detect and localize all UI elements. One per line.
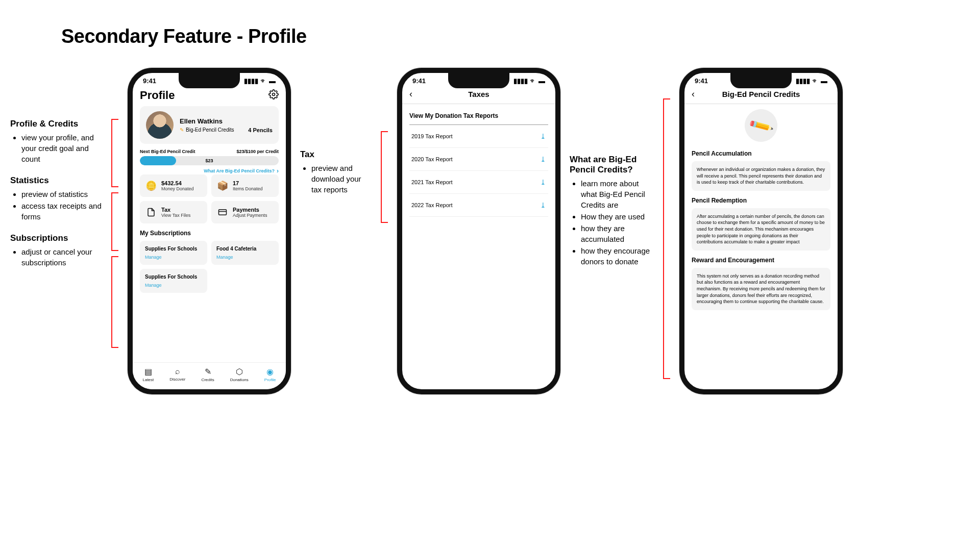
- news-icon: ▤: [144, 367, 152, 377]
- manage-link[interactable]: Manage: [145, 255, 202, 260]
- device-notch: [730, 73, 792, 88]
- svg-point-0: [273, 93, 275, 95]
- bracket-tax: [381, 68, 388, 223]
- document-icon: [145, 206, 157, 218]
- tab-discover[interactable]: ⌕Discover: [169, 367, 185, 382]
- signal-icon: ▮▮▮▮: [796, 77, 810, 85]
- tab-profile[interactable]: ◉Profile: [264, 367, 276, 382]
- page-title: Profile: [140, 89, 175, 102]
- package-icon: ⬡: [236, 367, 243, 377]
- progress-value: $23: [205, 158, 213, 163]
- tax-report-label: 2019 Tax Report: [411, 133, 453, 139]
- tax-report-row[interactable]: 2020 Tax Report⤓: [409, 148, 548, 171]
- info-heading: Pencil Accumulation: [692, 150, 830, 157]
- stat-tax[interactable]: TaxView Tax Files: [140, 201, 207, 223]
- ann-credits-title: What are Big-Ed Pencil Credits?: [570, 155, 654, 175]
- tax-report-row[interactable]: 2022 Tax Report⤓: [409, 194, 548, 217]
- download-icon[interactable]: ⤓: [540, 178, 546, 186]
- device-notch: [448, 73, 509, 88]
- svg-rect-1: [219, 210, 227, 215]
- wifi-icon: ᯤ: [812, 77, 819, 85]
- sub-name: Supplies For Schools: [145, 246, 202, 252]
- stat-money[interactable]: 🪙 $432.54Money Donated: [140, 174, 207, 197]
- manage-link[interactable]: Manage: [216, 255, 274, 260]
- tab-latest[interactable]: ▤Latest: [143, 367, 154, 382]
- phone-taxes: 9:41 ▮▮▮▮ᯤ▬ ‹ Taxes View My Donation Tax…: [397, 68, 560, 394]
- credits-label: Big-Ed Pencil Credits: [186, 127, 234, 133]
- download-icon[interactable]: ⤓: [540, 132, 546, 140]
- tax-report-row[interactable]: 2019 Tax Report⤓: [409, 125, 548, 148]
- page-title: Big-Ed Pencil Credits: [702, 90, 820, 98]
- tax-label: View Tax Files: [161, 213, 190, 218]
- payments-value: Payments: [233, 207, 267, 213]
- tax-section-header: View My Donation Tax Reports: [409, 107, 548, 125]
- status-time: 9:41: [695, 77, 708, 85]
- per-credit-label: $23/$100 per Credit: [236, 149, 279, 154]
- credit-progress: $23: [140, 156, 279, 165]
- search-icon: ⌕: [175, 367, 180, 376]
- money-label: Money Donated: [161, 186, 194, 191]
- tax-report-row[interactable]: 2021 Tax Report⤓: [409, 171, 548, 194]
- user-name: Ellen Watkins: [180, 117, 273, 125]
- battery-icon: ▬: [821, 77, 827, 85]
- download-icon[interactable]: ⤓: [540, 155, 546, 163]
- page-title: Taxes: [420, 90, 538, 98]
- tax-report-label: 2021 Tax Report: [411, 179, 453, 185]
- phone-credits-info: 9:41 ▮▮▮▮ᯤ▬ ‹ Big-Ed Pencil Credits ✏️ P…: [679, 68, 843, 394]
- subscription-card: Supplies For Schools Manage: [140, 269, 207, 293]
- ann-bullet: learn more about what Big-Ed Pencil Cred…: [581, 178, 654, 210]
- wifi-icon: ᯤ: [530, 77, 536, 85]
- info-heading: Pencil Redemption: [692, 197, 830, 204]
- avatar[interactable]: [146, 111, 174, 139]
- ann-bullet: How they are used: [581, 211, 654, 222]
- ann-bullet: adjust or cancel your subscriptions: [21, 246, 102, 268]
- ann-bullet: access tax receipts and forms: [21, 201, 102, 222]
- tab-bar: ▤Latest ⌕Discover ✎Credits ⬡Donations ◉P…: [133, 362, 286, 389]
- wifi-icon: ᯤ: [260, 77, 267, 85]
- layout-row: Profile & Credits view your profile, and…: [10, 68, 970, 394]
- what-are-credits-link[interactable]: What Are Big-Ed Pencil Credits?: [140, 167, 279, 174]
- status-time: 9:41: [412, 77, 426, 85]
- subscription-card: Supplies For Schools Manage: [140, 241, 207, 265]
- download-icon[interactable]: ⤓: [540, 201, 546, 209]
- signal-icon: ▮▮▮▮: [244, 77, 258, 85]
- back-button[interactable]: ‹: [409, 89, 420, 99]
- status-time: 9:41: [143, 77, 156, 85]
- money-value: $432.54: [161, 180, 194, 186]
- stat-payments[interactable]: PaymentsAdjust Payments: [211, 201, 279, 223]
- settings-button[interactable]: [268, 89, 279, 102]
- bracket-credits: [663, 68, 670, 379]
- sub-name: Supplies For Schools: [145, 274, 202, 280]
- tab-credits[interactable]: ✎Credits: [201, 367, 214, 382]
- items-value: 17: [233, 180, 263, 186]
- next-credit-label: Next Big-Ed Pencil Credit: [140, 149, 195, 154]
- items-label: Items Donated: [233, 186, 263, 191]
- subscriptions-title: My Subscriptions: [140, 230, 279, 237]
- payments-label: Adjust Payments: [233, 213, 267, 218]
- ann-subs-title: Subscriptions: [10, 233, 102, 243]
- info-heading: Reward and Encouragement: [692, 257, 830, 264]
- phone-profile: 9:41 ▮▮▮▮ ᯤ ▬ Profile Ellen Watkins ✎Big…: [128, 68, 291, 394]
- annotation-tax: Tax preview and download your tax report…: [300, 68, 372, 196]
- tab-donations[interactable]: ⬡Donations: [230, 367, 249, 382]
- ann-bullet: how they encourage donors to donate: [581, 245, 654, 267]
- back-button[interactable]: ‹: [692, 89, 702, 99]
- profile-card: Ellen Watkins ✎Big-Ed Pencil Credits 4 P…: [140, 106, 279, 144]
- annotation-credits: What are Big-Ed Pencil Credits? learn mo…: [570, 68, 654, 268]
- stat-items[interactable]: 📦 17Items Donated: [211, 174, 279, 197]
- ann-stats-title: Statistics: [10, 176, 102, 186]
- manage-link[interactable]: Manage: [145, 283, 202, 288]
- pencil-icon: ✎: [205, 367, 211, 377]
- profile-icon: ◉: [266, 367, 274, 377]
- tax-report-label: 2020 Tax Report: [411, 156, 453, 162]
- device-notch: [179, 73, 240, 88]
- ann-tax-title: Tax: [300, 149, 372, 160]
- tax-value: Tax: [161, 207, 190, 213]
- info-card: After accumulating a certain number of p…: [692, 208, 830, 251]
- sub-name: Food 4 Cafeteria: [216, 246, 274, 252]
- credits-count: 4 Pencils: [248, 127, 273, 133]
- ann-bullet: view your profile, and your credit goal …: [21, 132, 102, 164]
- tax-report-label: 2022 Tax Report: [411, 202, 453, 208]
- info-card: This system not only serves as a donatio…: [692, 268, 830, 310]
- ann-bullet: preview of statistics: [21, 189, 102, 199]
